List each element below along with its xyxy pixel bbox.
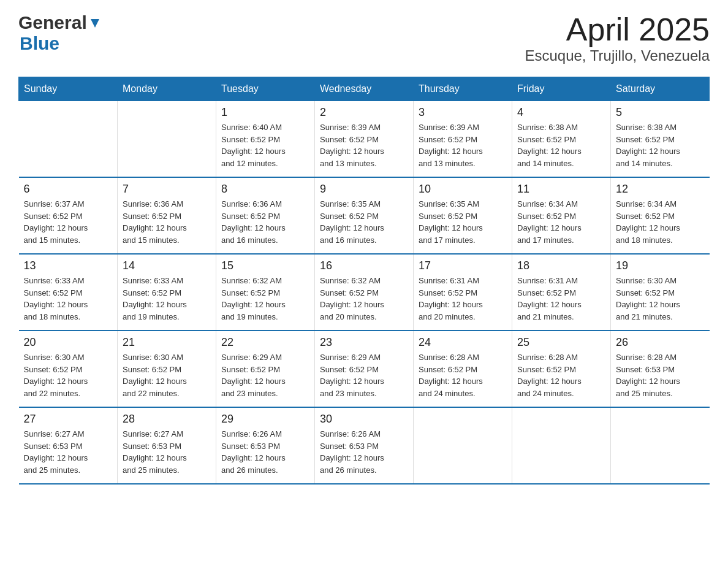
- day-info: Sunrise: 6:30 AMSunset: 6:52 PMDaylight:…: [616, 275, 705, 323]
- day-number: 9: [320, 183, 408, 196]
- day-info: Sunrise: 6:34 AMSunset: 6:52 PMDaylight:…: [616, 198, 705, 246]
- day-cell: 28Sunrise: 6:27 AMSunset: 6:53 PMDayligh…: [118, 407, 216, 484]
- day-number: 15: [221, 259, 309, 272]
- header-day-sunday: Sunday: [19, 77, 118, 101]
- day-cell: 2Sunrise: 6:39 AMSunset: 6:52 PMDaylight…: [315, 101, 414, 178]
- day-info: Sunrise: 6:27 AMSunset: 6:53 PMDaylight:…: [24, 428, 113, 476]
- location-subtitle: Escuque, Trujillo, Venezuela: [525, 47, 710, 64]
- day-cell: 13Sunrise: 6:33 AMSunset: 6:52 PMDayligh…: [19, 254, 118, 331]
- day-cell: 5Sunrise: 6:38 AMSunset: 6:52 PMDaylight…: [611, 101, 710, 178]
- day-cell: 24Sunrise: 6:28 AMSunset: 6:52 PMDayligh…: [414, 331, 512, 407]
- svg-marker-0: [91, 19, 99, 28]
- day-info: Sunrise: 6:32 AMSunset: 6:52 PMDaylight:…: [221, 275, 309, 323]
- day-cell: [19, 101, 118, 178]
- title-block: April 2025 Escuque, Trujillo, Venezuela: [525, 12, 710, 64]
- day-number: 27: [24, 413, 113, 426]
- header-day-monday: Monday: [118, 77, 216, 101]
- day-info: Sunrise: 6:34 AMSunset: 6:52 PMDaylight:…: [517, 198, 605, 246]
- day-number: 21: [123, 336, 211, 349]
- header-row: SundayMondayTuesdayWednesdayThursdayFrid…: [19, 77, 710, 101]
- day-info: Sunrise: 6:38 AMSunset: 6:52 PMDaylight:…: [517, 121, 605, 169]
- day-cell: [118, 101, 216, 178]
- week-row-4: 20Sunrise: 6:30 AMSunset: 6:52 PMDayligh…: [19, 331, 710, 407]
- day-info: Sunrise: 6:33 AMSunset: 6:52 PMDaylight:…: [24, 275, 113, 323]
- day-cell: 15Sunrise: 6:32 AMSunset: 6:52 PMDayligh…: [216, 254, 315, 331]
- day-cell: 11Sunrise: 6:34 AMSunset: 6:52 PMDayligh…: [512, 177, 611, 254]
- day-number: 12: [616, 183, 705, 196]
- day-cell: 23Sunrise: 6:29 AMSunset: 6:52 PMDayligh…: [315, 331, 414, 407]
- day-cell: 25Sunrise: 6:28 AMSunset: 6:52 PMDayligh…: [512, 331, 611, 407]
- day-cell: 12Sunrise: 6:34 AMSunset: 6:52 PMDayligh…: [611, 177, 710, 254]
- day-info: Sunrise: 6:38 AMSunset: 6:52 PMDaylight:…: [616, 121, 705, 169]
- day-cell: 6Sunrise: 6:37 AMSunset: 6:52 PMDaylight…: [19, 177, 118, 254]
- week-row-3: 13Sunrise: 6:33 AMSunset: 6:52 PMDayligh…: [19, 254, 710, 331]
- header-day-saturday: Saturday: [611, 77, 710, 101]
- day-number: 2: [320, 106, 408, 119]
- day-number: 7: [123, 183, 211, 196]
- day-cell: [512, 407, 611, 484]
- logo-arrow-icon: [88, 17, 102, 30]
- day-cell: 29Sunrise: 6:26 AMSunset: 6:53 PMDayligh…: [216, 407, 315, 484]
- day-info: Sunrise: 6:28 AMSunset: 6:52 PMDaylight:…: [517, 351, 605, 399]
- day-info: Sunrise: 6:39 AMSunset: 6:52 PMDaylight:…: [419, 121, 507, 169]
- day-number: 30: [320, 413, 408, 426]
- day-number: 23: [320, 336, 408, 349]
- week-row-1: 1Sunrise: 6:40 AMSunset: 6:52 PMDaylight…: [19, 101, 710, 178]
- day-cell: 16Sunrise: 6:32 AMSunset: 6:52 PMDayligh…: [315, 254, 414, 331]
- day-cell: 19Sunrise: 6:30 AMSunset: 6:52 PMDayligh…: [611, 254, 710, 331]
- day-info: Sunrise: 6:31 AMSunset: 6:52 PMDaylight:…: [517, 275, 605, 323]
- calendar-body: 1Sunrise: 6:40 AMSunset: 6:52 PMDaylight…: [19, 101, 710, 484]
- day-cell: 21Sunrise: 6:30 AMSunset: 6:52 PMDayligh…: [118, 331, 216, 407]
- day-info: Sunrise: 6:35 AMSunset: 6:52 PMDaylight:…: [320, 198, 408, 246]
- day-info: Sunrise: 6:36 AMSunset: 6:52 PMDaylight:…: [221, 198, 309, 246]
- day-cell: 18Sunrise: 6:31 AMSunset: 6:52 PMDayligh…: [512, 254, 611, 331]
- day-number: 11: [517, 183, 605, 196]
- day-info: Sunrise: 6:28 AMSunset: 6:52 PMDaylight:…: [419, 351, 507, 399]
- day-cell: 9Sunrise: 6:35 AMSunset: 6:52 PMDaylight…: [315, 177, 414, 254]
- day-number: 20: [24, 336, 113, 349]
- day-cell: 4Sunrise: 6:38 AMSunset: 6:52 PMDaylight…: [512, 101, 611, 178]
- day-info: Sunrise: 6:32 AMSunset: 6:52 PMDaylight:…: [320, 275, 408, 323]
- day-number: 22: [221, 336, 309, 349]
- day-number: 25: [517, 336, 605, 349]
- calendar-table: SundayMondayTuesdayWednesdayThursdayFrid…: [18, 77, 710, 484]
- day-number: 16: [320, 259, 408, 272]
- logo: General Blue: [18, 12, 102, 54]
- day-cell: [414, 407, 512, 484]
- day-cell: 20Sunrise: 6:30 AMSunset: 6:52 PMDayligh…: [19, 331, 118, 407]
- day-cell: 22Sunrise: 6:29 AMSunset: 6:52 PMDayligh…: [216, 331, 315, 407]
- day-info: Sunrise: 6:35 AMSunset: 6:52 PMDaylight:…: [419, 198, 507, 246]
- week-row-5: 27Sunrise: 6:27 AMSunset: 6:53 PMDayligh…: [19, 407, 710, 484]
- day-cell: 7Sunrise: 6:36 AMSunset: 6:52 PMDaylight…: [118, 177, 216, 254]
- calendar-header: SundayMondayTuesdayWednesdayThursdayFrid…: [19, 77, 710, 101]
- day-number: 29: [221, 413, 309, 426]
- day-info: Sunrise: 6:37 AMSunset: 6:52 PMDaylight:…: [24, 198, 113, 246]
- day-number: 17: [419, 259, 507, 272]
- header-day-friday: Friday: [512, 77, 611, 101]
- day-info: Sunrise: 6:30 AMSunset: 6:52 PMDaylight:…: [123, 351, 211, 399]
- day-info: Sunrise: 6:36 AMSunset: 6:52 PMDaylight:…: [123, 198, 211, 246]
- day-cell: 27Sunrise: 6:27 AMSunset: 6:53 PMDayligh…: [19, 407, 118, 484]
- day-info: Sunrise: 6:29 AMSunset: 6:52 PMDaylight:…: [320, 351, 408, 399]
- day-number: 13: [24, 259, 113, 272]
- day-number: 8: [221, 183, 309, 196]
- day-cell: 30Sunrise: 6:26 AMSunset: 6:53 PMDayligh…: [315, 407, 414, 484]
- day-cell: 3Sunrise: 6:39 AMSunset: 6:52 PMDaylight…: [414, 101, 512, 178]
- day-number: 4: [517, 106, 605, 119]
- logo-blue-text: Blue: [20, 33, 59, 53]
- day-number: 18: [517, 259, 605, 272]
- day-info: Sunrise: 6:30 AMSunset: 6:52 PMDaylight:…: [24, 351, 113, 399]
- day-info: Sunrise: 6:26 AMSunset: 6:53 PMDaylight:…: [221, 428, 309, 476]
- day-number: 19: [616, 259, 705, 272]
- day-info: Sunrise: 6:39 AMSunset: 6:52 PMDaylight:…: [320, 121, 408, 169]
- header-day-wednesday: Wednesday: [315, 77, 414, 101]
- logo-general-text: General: [18, 12, 87, 33]
- month-title: April 2025: [525, 12, 710, 47]
- day-info: Sunrise: 6:26 AMSunset: 6:53 PMDaylight:…: [320, 428, 408, 476]
- day-number: 6: [24, 183, 113, 196]
- day-number: 1: [221, 106, 309, 119]
- day-cell: 10Sunrise: 6:35 AMSunset: 6:52 PMDayligh…: [414, 177, 512, 254]
- day-cell: 26Sunrise: 6:28 AMSunset: 6:53 PMDayligh…: [611, 331, 710, 407]
- day-cell: 8Sunrise: 6:36 AMSunset: 6:52 PMDaylight…: [216, 177, 315, 254]
- header-day-tuesday: Tuesday: [216, 77, 315, 101]
